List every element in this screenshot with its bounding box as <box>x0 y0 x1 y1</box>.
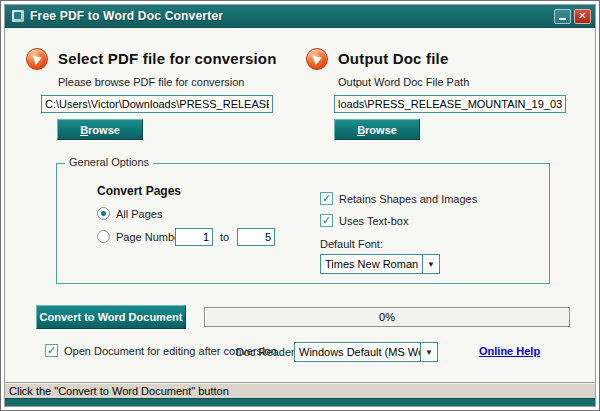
page-to-input[interactable] <box>237 228 275 246</box>
progress-value: 0% <box>379 311 395 323</box>
output-browse-button[interactable]: Browse <box>334 119 420 140</box>
app-window: Free PDF to Word Doc Converter ✕ Select … <box>4 4 596 407</box>
chevron-down-icon[interactable]: ▼ <box>420 343 437 361</box>
output-path-input[interactable] <box>334 95 566 113</box>
window-title: Free PDF to Word Doc Converter <box>30 9 551 23</box>
output-browse-button-label: Browse <box>357 124 397 136</box>
convert-button[interactable]: Convert to Word Document <box>36 305 186 329</box>
close-button[interactable]: ✕ <box>574 9 591 24</box>
status-bar: Click the "Convert to Word Document" but… <box>5 382 595 398</box>
default-font-select[interactable]: Times New Roman ▼ <box>320 254 440 274</box>
default-font-label: Default Font: <box>320 238 383 250</box>
chevron-down-icon[interactable]: ▼ <box>422 255 439 273</box>
app-icon <box>11 9 25 23</box>
play-arrow-icon <box>313 53 324 65</box>
close-icon: ✕ <box>578 11 586 21</box>
pdf-browse-button-label: Browse <box>80 124 120 136</box>
uses-textbox-checkbox[interactable]: ✓ Uses Text-box <box>320 214 409 227</box>
pdf-section-heading: Select PDF file for conversion <box>58 50 277 67</box>
all-pages-radio-label: All Pages <box>116 208 162 220</box>
window-bottom-strip <box>5 398 595 406</box>
doc-reader-value: Windows Default (MS Word) <box>295 343 420 361</box>
uses-textbox-label: Uses Text-box <box>339 215 409 227</box>
status-bar-text: Click the "Convert to Word Document" but… <box>9 385 229 397</box>
online-help-link[interactable]: Online Help <box>479 345 540 357</box>
progress-bar: 0% <box>204 307 570 327</box>
checkbox-checked-icon: ✓ <box>320 192 333 205</box>
default-font-value: Times New Roman <box>321 255 422 273</box>
all-pages-radio[interactable]: All Pages <box>97 207 162 220</box>
pdf-browse-button[interactable]: Browse <box>57 119 143 140</box>
play-icon <box>26 48 48 70</box>
play-icon <box>306 48 328 70</box>
page-range-to-label: to <box>220 231 229 243</box>
output-path-label: Output Word Doc File Path <box>338 76 469 88</box>
retains-shapes-label: Retains Shapes and Images <box>339 193 477 205</box>
convert-pages-label: Convert Pages <box>97 184 181 198</box>
output-section-heading: Output Doc file <box>338 50 449 67</box>
radio-unselected-icon <box>97 230 110 243</box>
minimize-icon <box>559 18 566 20</box>
titlebar[interactable]: Free PDF to Word Doc Converter ✕ <box>5 5 595 28</box>
pdf-browse-label: Please browse PDF file for conversion <box>58 76 244 88</box>
checkbox-checked-icon: ✓ <box>45 344 58 357</box>
main-content: Select PDF file for conversion Please br… <box>5 28 595 382</box>
retains-shapes-checkbox[interactable]: ✓ Retains Shapes and Images <box>320 192 477 205</box>
general-options-group: General Options Convert Pages All Pages … <box>56 163 550 284</box>
minimize-button[interactable] <box>554 9 571 24</box>
page-number-radio-label: Page Number <box>116 231 184 243</box>
doc-reader-select[interactable]: Windows Default (MS Word) ▼ <box>294 342 438 362</box>
checkbox-checked-icon: ✓ <box>320 214 333 227</box>
pdf-path-input[interactable] <box>41 95 273 113</box>
general-options-legend: General Options <box>65 156 153 168</box>
convert-button-label: Convert to Word Document <box>40 311 183 323</box>
radio-selected-icon <box>97 207 110 220</box>
doc-reader-label: Doc Reader: <box>236 346 298 358</box>
page-from-input[interactable] <box>175 228 213 246</box>
screenshot-frame: Free PDF to Word Doc Converter ✕ Select … <box>0 0 600 411</box>
play-arrow-icon <box>33 53 44 65</box>
page-number-radio[interactable]: Page Number <box>97 230 184 243</box>
